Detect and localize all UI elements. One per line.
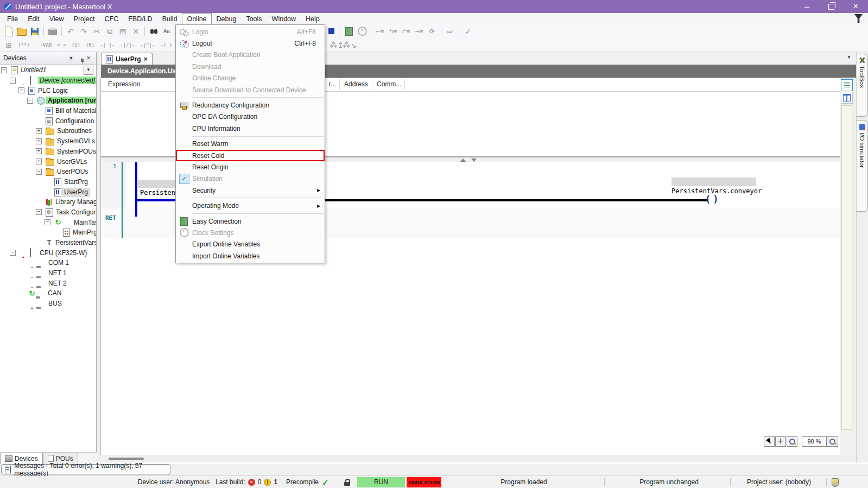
menu-item-download[interactable]: Download [176,61,325,72]
zoom-tool-button[interactable] [787,436,797,447]
rung-number[interactable]: 1 [113,163,117,170]
tree-item-maintask[interactable]: − ↻ MainTask [0,217,96,227]
column-separator[interactable] [404,79,405,90]
column-address[interactable]: Address [344,80,368,88]
menu-item-login[interactable]: Login Alt+F8 [176,26,325,37]
messages-bar[interactable]: Messages - Total 0 error(s), 1 warning(s… [1,464,170,474]
insert-network-icon[interactable]: ⊞ [2,39,15,50]
menu-edit[interactable]: Edit [23,13,45,24]
menu-item-export-online-variables[interactable]: Export Online Variables [176,239,325,250]
zoom-level[interactable]: 90 % [802,436,827,447]
expand-minus-icon[interactable]: − [1,67,11,73]
tree-item-can[interactable]: ↻ CAN [0,288,96,299]
insert-network-above-button[interactable]: ⁂↥ [330,39,343,50]
menu-window[interactable]: Window [267,13,301,24]
menu-view[interactable]: View [45,13,69,24]
expand-minus-icon[interactable]: − [36,209,46,215]
insert-variable-button[interactable]: -VAR [37,41,55,49]
tab-close-icon[interactable]: × [144,55,148,63]
insert-element-button[interactable]: ⁂↘ [343,39,356,50]
insert-negated-contact-button[interactable]: -|/|- [117,41,137,49]
tree-item-task-configuration[interactable]: − Task Configuration [0,207,96,218]
step-into-button[interactable]: ⌐≡ [373,26,387,37]
menu-item-reset-cold[interactable]: Reset Cold [176,150,325,161]
expand-plus-icon[interactable]: + [36,159,46,164]
tree-item-device[interactable]: − Device [connected] [0,75,96,86]
find-button[interactable] [147,26,160,37]
cut-button[interactable]: ✂ [90,26,103,37]
horizontal-scrollbar[interactable] [97,455,856,462]
replace-button[interactable]: AB [160,26,173,37]
print-button[interactable] [46,26,59,37]
menu-tools[interactable]: Tools [241,13,267,24]
tree-item-project[interactable]: − Untitled1 ▼ [0,65,96,75]
menu-item-logout[interactable]: × Logout Ctrl+F8 [176,37,325,49]
menu-item-reset-origin[interactable]: Reset Origin [176,161,325,173]
expand-minus-icon[interactable]: − [27,98,37,104]
step-out-button[interactable]: ↱≡ [400,26,413,37]
menu-item-clock-settings[interactable]: Clock Settings [176,227,325,238]
menu-item-online-change[interactable]: Online Change [176,73,325,84]
panel-close-icon[interactable]: × [84,54,93,62]
tree-item-usergvls[interactable]: + UserGVLs [0,156,96,167]
expand-minus-icon[interactable]: − [18,87,28,93]
column-separator[interactable] [339,79,340,90]
tree-item-net1[interactable]: NET 1 [0,268,96,278]
tree-item-bill-of-materials[interactable]: Bill of Materials [0,106,96,116]
menu-item-security[interactable]: Security ▶ [176,185,325,196]
copy-button[interactable]: ⧉ [103,26,116,37]
save-button[interactable] [28,26,41,37]
coil-value-box[interactable] [671,178,756,186]
tree-item-application[interactable]: − Application [run] [0,96,96,106]
tree-item-cpu[interactable]: − CPU (XF325-W) [0,248,96,258]
close-button[interactable]: × [844,0,868,13]
tab-list-chevron-icon[interactable]: ▼ [845,55,853,62]
tree-item-userprg[interactable]: UserPrg [0,187,96,197]
menu-item-source-download[interactable]: Source Download to Connected Device [176,84,325,96]
delete-button[interactable]: ✕ [129,26,142,37]
tree-item-plc-logic[interactable]: − PLC Logic [0,85,96,96]
editor-tab-userprg[interactable]: UserPrg × [101,53,153,65]
easy-connection-button[interactable] [343,26,356,37]
contact-variable-label[interactable]: Persistent [140,189,179,197]
tree-item-systemgvls[interactable]: + SystemGVLs [0,136,96,147]
expand-minus-icon[interactable]: − [36,169,46,175]
paste-button[interactable]: ▤ [116,26,129,37]
menu-online[interactable]: Online [182,13,211,24]
menu-item-operating-mode[interactable]: Operating Mode ▶ [176,200,325,211]
tab-toolbox[interactable]: ToolBox [857,54,868,117]
column-comment[interactable]: Comm... [377,80,401,88]
insert-rising-contact-button[interactable]: -|^|- [137,41,157,49]
tree-item-startprg[interactable]: StartPrg [0,177,96,187]
insert-contact-button[interactable]: -| |- [97,41,117,49]
return-label[interactable]: RET [105,214,116,221]
menu-file[interactable]: File [2,13,23,24]
vertical-scrollbar[interactable] [841,105,852,430]
declaration-tabular-view-button[interactable] [841,92,853,104]
menu-debug[interactable]: Debug [212,13,242,24]
insert-set-coil-button[interactable]: (S) [69,41,83,49]
step-over-button[interactable]: ↰≡ [387,26,400,37]
menu-item-simulation[interactable]: ✓ Simulation [176,173,325,185]
build-button[interactable] [325,26,338,37]
tree-item-subroutines[interactable]: + Subroutines [0,126,96,136]
tree-combo-button[interactable]: ▼ [84,66,93,75]
scrollbar-thumb[interactable] [109,458,144,460]
insert-reset-coil-button[interactable]: (R) [83,41,97,49]
filter-funnel-icon[interactable] [854,14,863,23]
tree-item-mainprg[interactable]: MainPrg [0,227,96,238]
tree-item-net2[interactable]: NET 2 [0,278,96,288]
menu-fbdld[interactable]: FBD/LD [123,13,157,24]
next-statement-button[interactable]: ⇨ [443,26,457,37]
column-expression[interactable]: Expression [108,80,140,88]
single-cycle-button[interactable]: ⟳ [426,26,439,37]
tree-item-userpous[interactable]: − UserPOUs [0,167,96,177]
expand-minus-icon[interactable]: − [45,219,54,225]
insert-comment-button[interactable]: (**) [15,41,33,49]
menu-item-redundancy-configuration[interactable]: Redundancy Configuration [176,99,325,111]
write-values-button[interactable]: ✓ [461,26,474,37]
tab-io-simulator[interactable]: I/O simulator [857,121,868,212]
menu-project[interactable]: Project [69,13,100,24]
run-to-cursor-button[interactable]: →≡ [413,26,426,37]
zoom-fit-button[interactable] [827,436,838,447]
